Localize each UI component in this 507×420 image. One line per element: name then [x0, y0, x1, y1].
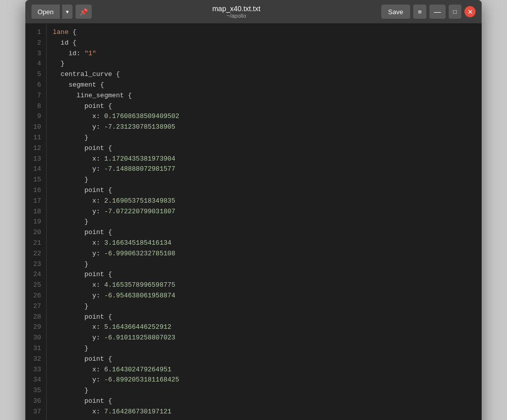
code-line: lane { [53, 27, 476, 38]
pin-button[interactable]: 📌 [76, 5, 92, 19]
code-line: line_segment { [53, 91, 476, 101]
code-line: } [53, 217, 476, 227]
line-number: 28 [29, 312, 41, 323]
line-number: 29 [29, 322, 41, 333]
code-line: x: 7.164286730197121 [53, 407, 476, 417]
code-line: id: "1" [53, 49, 476, 59]
code-line: y: -6.8992053181168425 [53, 375, 476, 386]
code-line: y: -6.910119258807023 [53, 333, 476, 343]
line-number: 9 [29, 111, 41, 122]
line-number: 37 [29, 407, 41, 417]
code-line: x: 4.1653578996598775 [53, 280, 476, 291]
code-line: } [53, 386, 476, 396]
line-number: 35 [29, 386, 41, 396]
code-line: } [53, 259, 476, 270]
code-line: y: -7.148888072981577 [53, 164, 476, 175]
titlebar: Open ▾ 📌 map_x40.txt.txt ~/apollo Save ≡… [25, 0, 482, 23]
line-number: 4 [29, 59, 41, 69]
line-number: 5 [29, 69, 41, 80]
line-number: 8 [29, 101, 41, 112]
code-line: } [53, 59, 476, 69]
code-line: y: -6.999063232785108 [53, 249, 476, 259]
code-line: y: -7.072220799031807 [53, 207, 476, 217]
code-line: point { [53, 270, 476, 280]
line-number: 34 [29, 375, 41, 386]
line-number: 30 [29, 333, 41, 343]
code-line: point { [53, 101, 476, 112]
editor-window: Open ▾ 📌 map_x40.txt.txt ~/apollo Save ≡… [25, 0, 482, 420]
code-line: point { [53, 354, 476, 365]
code-line: x: 3.166345185416134 [53, 238, 476, 249]
line-number: 19 [29, 217, 41, 227]
code-line: x: 5.164366446252912 [53, 322, 476, 333]
code-line: id { [53, 38, 476, 49]
line-number: 13 [29, 154, 41, 165]
code-line: point { [53, 185, 476, 196]
code-line: central_curve { [53, 69, 476, 80]
code-line: point { [53, 312, 476, 323]
line-number: 3 [29, 49, 41, 59]
line-number: 22 [29, 249, 41, 259]
editor-area: 1234567891011121314151617181920212223242… [25, 23, 482, 420]
menu-button[interactable]: ≡ [413, 5, 426, 19]
minimize-button[interactable]: — [429, 5, 446, 19]
line-number: 20 [29, 227, 41, 238]
line-number: 27 [29, 301, 41, 312]
line-number: 24 [29, 270, 41, 280]
line-numbers: 1234567891011121314151617181920212223242… [25, 23, 47, 420]
line-number: 18 [29, 207, 41, 217]
open-button[interactable]: Open [31, 5, 60, 19]
titlebar-left: Open ▾ 📌 [31, 5, 92, 19]
line-number: 25 [29, 280, 41, 291]
code-line: } [53, 301, 476, 312]
code-content[interactable]: lane { id { id: "1" } central_curve { se… [47, 23, 482, 420]
code-line: point { [53, 227, 476, 238]
line-number: 36 [29, 396, 41, 407]
line-number: 17 [29, 196, 41, 207]
line-number: 26 [29, 291, 41, 301]
line-number: 12 [29, 143, 41, 154]
titlebar-right: Save ≡ — □ ✕ [381, 5, 476, 19]
open-dropdown-button[interactable]: ▾ [62, 5, 73, 19]
line-number: 6 [29, 80, 41, 91]
titlebar-center: map_x40.txt.txt ~/apollo [96, 5, 377, 19]
code-line: y: -6.954638061958874 [53, 291, 476, 301]
line-number: 16 [29, 185, 41, 196]
maximize-button[interactable]: □ [449, 5, 461, 19]
line-number: 21 [29, 238, 41, 249]
code-line: x: 2.1690537518349835 [53, 196, 476, 207]
line-number: 10 [29, 122, 41, 133]
code-line: segment { [53, 80, 476, 91]
code-line: point { [53, 143, 476, 154]
code-line: } [53, 175, 476, 185]
code-line: y: -7.231230785138905 [53, 122, 476, 133]
save-button[interactable]: Save [381, 5, 411, 19]
line-number: 2 [29, 38, 41, 49]
line-number: 1 [29, 27, 41, 38]
code-line: } [53, 343, 476, 354]
code-line: } [53, 133, 476, 143]
line-number: 15 [29, 175, 41, 185]
line-number: 14 [29, 164, 41, 175]
close-button[interactable]: ✕ [464, 6, 476, 17]
code-line: x: 6.164302479264951 [53, 365, 476, 375]
line-number: 11 [29, 133, 41, 143]
line-number: 23 [29, 259, 41, 270]
line-number: 31 [29, 343, 41, 354]
code-line: point { [53, 396, 476, 407]
window-title: map_x40.txt.txt [96, 5, 377, 13]
line-number: 32 [29, 354, 41, 365]
code-line: x: 1.1720435381973904 [53, 154, 476, 165]
line-number: 33 [29, 365, 41, 375]
line-number: 7 [29, 91, 41, 101]
code-line: x: 0.17608638509409502 [53, 111, 476, 122]
window-subtitle: ~/apollo [96, 13, 377, 19]
